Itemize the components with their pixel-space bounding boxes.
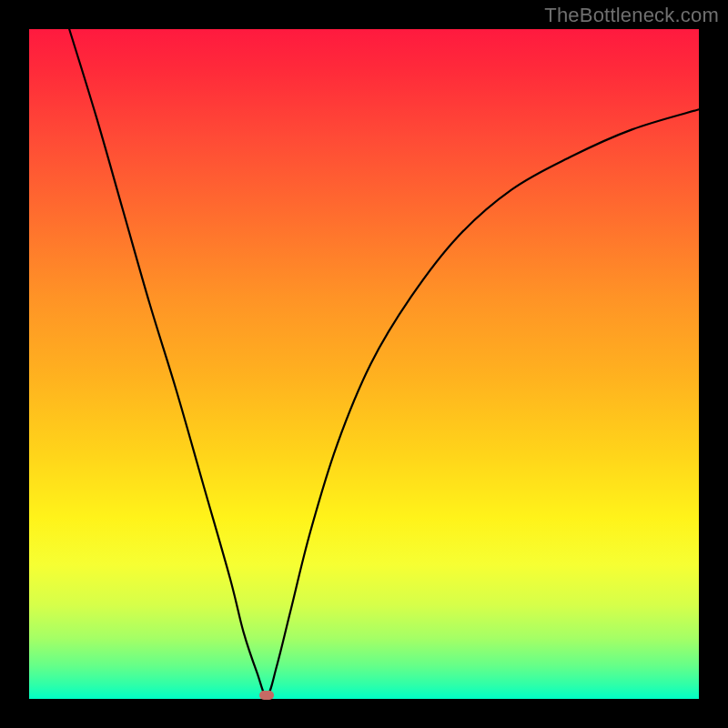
plot-area [29,29,699,699]
watermark-text: TheBottleneck.com [544,4,719,27]
chart-frame: TheBottleneck.com [0,0,728,728]
minimum-marker [259,691,274,700]
bottleneck-curve [29,29,699,699]
